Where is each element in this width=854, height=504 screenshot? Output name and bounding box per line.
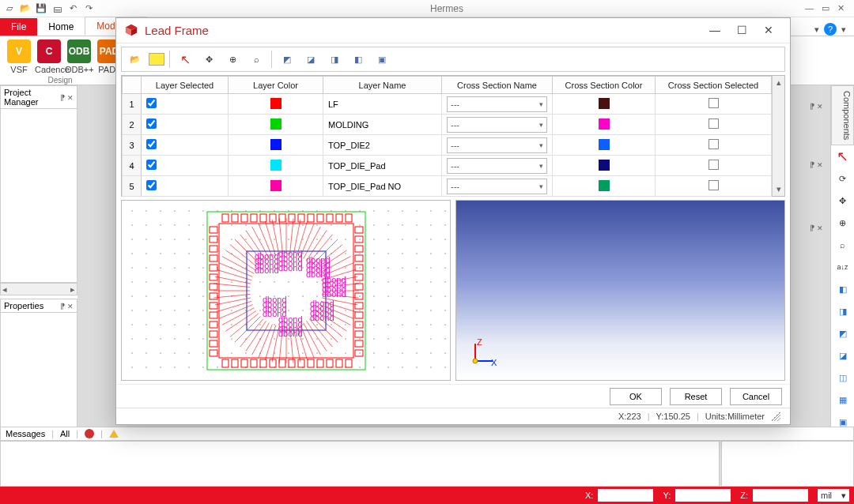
view-2d[interactable]: dbonddbonddbonddbonddbonddbonddbonddbond… — [121, 200, 451, 381]
help-caret2-icon[interactable]: ▾ — [841, 24, 846, 35]
status-y-input[interactable] — [675, 489, 731, 502]
iso-view-icon[interactable]: ▣ — [372, 49, 392, 70]
status-z-input[interactable] — [753, 489, 808, 502]
pin-icon[interactable] — [810, 223, 814, 232]
iso-view-icon[interactable]: ◩ — [277, 49, 297, 70]
cs-color-cell[interactable] — [553, 94, 656, 115]
cs-color-swatch[interactable] — [599, 118, 610, 130]
help-caret-icon[interactable]: ▾ — [814, 24, 819, 35]
rotate-icon[interactable]: ⟳ — [833, 168, 853, 189]
error-icon[interactable] — [85, 429, 94, 438]
dialog-titlebar[interactable]: Lead Frame — ☐ ✕ — [116, 18, 790, 43]
layer-selected-checkbox[interactable] — [146, 160, 157, 170]
zoom-fit-icon[interactable]: ⊕ — [222, 49, 243, 70]
cs-name-cell[interactable]: ---▾ — [442, 94, 553, 115]
close-icon[interactable] — [817, 160, 823, 169]
help-icon[interactable]: ? — [824, 23, 837, 36]
properties-header[interactable]: Properties — [0, 299, 77, 313]
cs-color-swatch[interactable] — [599, 139, 610, 150]
cs-selected-cell[interactable] — [656, 94, 772, 115]
cs-name-dropdown[interactable]: ---▾ — [447, 179, 547, 194]
zoom-area-icon[interactable]: ⌕ — [833, 235, 853, 255]
layer-selected-cell[interactable] — [142, 156, 229, 176]
color-swatch-icon[interactable] — [149, 53, 164, 66]
col-layer-name[interactable]: Layer Name — [323, 77, 442, 94]
close-icon[interactable] — [67, 92, 74, 102]
cs-selected-checkbox[interactable] — [709, 180, 719, 190]
layer-color-swatch[interactable] — [270, 180, 282, 191]
dialog-close-icon[interactable]: ✕ — [755, 24, 782, 36]
cs-selected-cell[interactable] — [656, 156, 772, 176]
reset-button[interactable]: Reset — [670, 388, 722, 405]
cs-selected-cell[interactable] — [656, 135, 772, 156]
status-unit-select[interactable]: mil▾ — [818, 489, 849, 502]
layer-selected-cell[interactable] — [142, 115, 229, 135]
layer-selected-cell[interactable] — [142, 176, 229, 197]
layer-color-cell[interactable] — [229, 94, 323, 115]
warning-icon[interactable] — [109, 430, 119, 438]
cs-selected-checkbox[interactable] — [709, 139, 719, 149]
cs-color-cell[interactable] — [553, 135, 656, 156]
select-arrow-icon[interactable]: ↖ — [833, 146, 853, 167]
cs-selected-cell[interactable] — [656, 176, 772, 197]
cs-color-cell[interactable] — [553, 176, 656, 197]
layer-selected-checkbox[interactable] — [146, 98, 157, 108]
tab-home[interactable]: Home — [37, 18, 85, 36]
cs-name-dropdown[interactable]: ---▾ — [447, 96, 547, 112]
layer-color-cell[interactable] — [229, 115, 323, 135]
layer-selected-checkbox[interactable] — [146, 139, 157, 149]
col-cs-color[interactable]: Cross Section Color — [553, 77, 656, 94]
layer-color-swatch[interactable] — [270, 118, 282, 130]
cube-view-icon[interactable]: ◫ — [833, 367, 853, 388]
cs-name-dropdown[interactable]: ---▾ — [447, 137, 547, 153]
select-icon[interactable]: ↖ — [175, 49, 195, 70]
cs-color-swatch[interactable] — [599, 98, 610, 109]
close-icon[interactable] — [817, 101, 823, 111]
close-icon[interactable] — [817, 223, 823, 232]
cs-color-swatch[interactable] — [599, 180, 610, 191]
restore-icon[interactable]: ▭ — [822, 3, 829, 13]
table-vscroll[interactable]: ▴▾ — [772, 76, 784, 196]
cs-name-cell[interactable]: ---▾ — [442, 115, 553, 135]
axis-label-icon[interactable]: a↓z — [833, 257, 853, 277]
cs-name-cell[interactable]: ---▾ — [442, 176, 553, 197]
col-cs-name[interactable]: Cross Section Name — [442, 77, 553, 94]
cube-view-icon[interactable]: ◩ — [833, 323, 853, 344]
layer-color-swatch[interactable] — [270, 139, 282, 150]
minimize-icon[interactable]: — — [805, 3, 814, 13]
cube-view-icon[interactable]: ◧ — [833, 279, 853, 299]
cs-selected-checkbox[interactable] — [709, 118, 719, 129]
cube-view-icon[interactable]: ◨ — [833, 301, 853, 322]
cube-view-icon[interactable]: ▦ — [833, 389, 853, 410]
new-icon[interactable]: ▱ — [3, 2, 16, 15]
save-icon[interactable]: 💾 — [35, 2, 47, 15]
move-icon[interactable]: ✥ — [198, 49, 219, 70]
cs-selected-checkbox[interactable] — [709, 98, 719, 108]
save-all-icon[interactable]: 🖴 — [51, 2, 63, 15]
zoom-icon[interactable]: ⊕ — [833, 213, 853, 233]
cs-name-cell[interactable]: ---▾ — [442, 156, 553, 176]
cs-color-cell[interactable] — [553, 156, 656, 176]
close-icon[interactable] — [67, 301, 74, 310]
tab-file[interactable]: File — [0, 18, 37, 36]
status-x-input[interactable] — [598, 489, 653, 502]
layer-color-cell[interactable] — [229, 135, 323, 156]
messages-tab-all[interactable]: All — [60, 429, 70, 438]
cs-selected-cell[interactable] — [656, 115, 772, 135]
pin-icon[interactable] — [810, 101, 814, 111]
pin-icon[interactable] — [60, 301, 65, 310]
cs-color-cell[interactable] — [553, 115, 656, 135]
cs-color-swatch[interactable] — [599, 160, 610, 171]
messages-tab[interactable]: Messages — [6, 429, 45, 438]
col-cs-selected[interactable]: Cross Section Selected — [656, 77, 772, 94]
resize-grip-icon[interactable] — [771, 412, 780, 421]
close-icon[interactable]: ✕ — [837, 3, 845, 13]
redo-icon[interactable]: ↷ — [82, 2, 95, 15]
layer-color-swatch[interactable] — [270, 160, 282, 171]
pan-icon[interactable]: ✥ — [833, 190, 853, 211]
col-layer-selected[interactable]: Layer Selected — [142, 77, 229, 94]
open-folder-icon[interactable]: 📂 — [125, 49, 145, 70]
layer-color-swatch[interactable] — [270, 98, 282, 109]
layer-color-cell[interactable] — [229, 156, 323, 176]
layer-selected-cell[interactable] — [142, 135, 229, 156]
